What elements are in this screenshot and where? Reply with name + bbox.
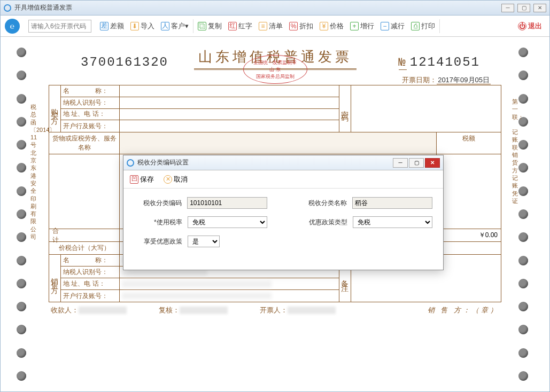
separator <box>193 19 193 33</box>
side-text-right: 第一联： 记账联 销货方记账凭证 <box>512 98 520 205</box>
drawer: 开票人： <box>260 305 336 315</box>
grand-label: 价税合计（大写） <box>49 242 120 254</box>
tax-rate-select[interactable]: 免税 <box>188 216 267 228</box>
tax-rate-label: *使用税率 <box>134 218 182 227</box>
perforation-left <box>17 44 32 384</box>
app-icon <box>4 4 11 12</box>
jianhang-button[interactable]: −减行 <box>377 19 408 34</box>
dialog-minimize-button[interactable]: ─ <box>393 158 408 168</box>
tax-stamp: 全国统一发票监制章 山 东 国家税务总局监制 <box>243 55 307 84</box>
payee: 收款人： <box>51 305 127 315</box>
total-label: 合 计 <box>49 229 120 241</box>
dialog-close-button[interactable]: ✕ <box>425 158 440 168</box>
price-icon: ¥ <box>320 22 328 30</box>
enjoy-policy-select[interactable]: 是 <box>188 236 220 247</box>
copy-icon: ⿻ <box>198 22 206 30</box>
buyer-header: 购买方 <box>49 85 61 132</box>
password-header: 密码 <box>339 85 351 132</box>
fuzhi-button[interactable]: ⿻复制 <box>195 19 225 34</box>
save-button[interactable]: 凹保存 <box>128 174 156 185</box>
hongzi-button[interactable]: 红红字 <box>225 19 255 34</box>
policy-type-select[interactable]: 免税 <box>353 216 432 228</box>
list-icon: ≡ <box>259 22 267 30</box>
invoice-header: 3700161320 山东增值税普通发票 全国统一发票监制章 山 东 国家税务总… <box>49 44 501 85</box>
tuichu-button[interactable]: ⏻退出 <box>515 19 545 34</box>
chae-button[interactable]: 差差额 <box>97 19 127 34</box>
cancel-button[interactable]: ✕取消 <box>161 174 190 185</box>
policy-type-label: 优惠政策类型 <box>299 218 347 227</box>
seller-bank-value <box>122 293 272 299</box>
password-area <box>351 85 501 132</box>
import-icon: ⬇ <box>130 22 139 30</box>
side-text-left: 税总函〔2014〕11号北京东港安全印刷有限公司 <box>30 103 38 240</box>
discount-icon: % <box>289 22 298 30</box>
seller-signature: 销 售 方：（章） <box>428 305 499 315</box>
maximize-button[interactable]: ▢ <box>517 4 530 12</box>
titlebar: 开具增值税普通发票 ─ ▢ ✕ <box>1 1 549 15</box>
dialog-titlebar[interactable]: 税收分类编码设置 ─ ▢ ✕ <box>123 155 443 170</box>
enjoy-policy-label: 享受优惠政策 <box>134 237 182 246</box>
col-goods: 货物或应税劳务、服务名称 <box>49 132 120 154</box>
red-icon: 红 <box>228 22 237 30</box>
invoice-code-input[interactable] <box>28 20 91 33</box>
kehu-button[interactable]: 人客户▾ <box>158 19 192 34</box>
logo-icon[interactable]: ℮ <box>5 19 20 34</box>
buyer-addr-input[interactable] <box>122 111 337 118</box>
buyer-labels: 名 称： 纳税人识别号： 地 址、电 话： 开户行及账号： <box>61 85 120 132</box>
tax-name-label: 税收分类名称 <box>299 199 347 208</box>
seller-addr-value <box>122 281 272 287</box>
minimize-button[interactable]: ─ <box>501 4 514 12</box>
tax-total: ￥0.00 <box>437 229 501 241</box>
cancel-icon: ✕ <box>164 175 172 184</box>
col-hidden <box>120 132 437 154</box>
addrow-icon: + <box>350 22 359 30</box>
seller-labels: 名 称： 纳税人识别号： 地 址、电 话： 开户行及账号： <box>61 255 120 302</box>
checker: 复核： <box>159 305 228 315</box>
qingdan-button[interactable]: ≡清单 <box>255 19 286 34</box>
window-title: 开具增值税普通发票 <box>14 3 72 12</box>
dialog-maximize-button[interactable]: ▢ <box>409 158 424 168</box>
seller-header: 销售方 <box>49 255 61 302</box>
buyer-fields <box>120 85 339 132</box>
toolbar: ℮ 差差额 ⬇导入 人客户▾ ⿻复制 红红字 ≡清单 %折扣 ¥价格 +增行 −… <box>1 15 549 37</box>
buyer-bank-input[interactable] <box>122 122 337 130</box>
dialog-icon <box>127 159 134 167</box>
buyer-taxid-input[interactable] <box>122 99 337 106</box>
dialog-body: 税收分类编码 税收分类名称 *使用税率 免税 优惠政策类型 免税 享受优惠政策 … <box>123 189 443 270</box>
invoice-footer: 收款人： 复核： 开票人： 销 售 方：（章） <box>49 302 501 318</box>
tax-code-dialog: 税收分类编码设置 ─ ▢ ✕ 凹保存 ✕取消 税收分类编码 税收分类名称 *使用… <box>123 155 444 270</box>
tax-code-label: 税收分类编码 <box>134 199 182 208</box>
invoice-code: 3700161320 <box>81 55 168 69</box>
save-icon: 凹 <box>130 175 138 184</box>
dialog-window-controls: ─ ▢ ✕ <box>393 158 440 168</box>
delrow-icon: − <box>381 22 389 30</box>
dialog-title: 税收分类编码设置 <box>137 158 189 167</box>
items-header: 货物或应税劳务、服务名称 税额 <box>49 132 501 154</box>
chae-icon: 差 <box>100 22 109 30</box>
jiage-button[interactable]: ¥价格 <box>316 19 347 34</box>
close-button[interactable]: ✕ <box>533 4 546 12</box>
tax-name-input[interactable] <box>352 197 432 209</box>
perforation-right <box>518 44 533 384</box>
dialog-toolbar: 凹保存 ✕取消 <box>123 170 443 189</box>
window-controls: ─ ▢ ✕ <box>501 4 546 12</box>
buyer-name-input[interactable] <box>122 87 337 95</box>
zhekou-button[interactable]: %折扣 <box>286 19 316 34</box>
col-taxamt: 税额 <box>437 132 501 154</box>
invoice-number: №12141051 <box>399 55 480 69</box>
exit-icon: ⏻ <box>518 22 526 30</box>
print-icon: ⎙ <box>411 22 420 30</box>
zenghang-button[interactable]: +增行 <box>347 19 377 34</box>
separator <box>439 19 440 33</box>
customer-icon: 人 <box>161 22 169 30</box>
dayin-button[interactable]: ⎙打印 <box>408 19 438 34</box>
tax-code-input[interactable] <box>187 197 267 209</box>
invoice-date: 开票日期：2017年09月05日 <box>402 75 491 85</box>
daoru-button[interactable]: ⬇导入 <box>127 19 158 34</box>
